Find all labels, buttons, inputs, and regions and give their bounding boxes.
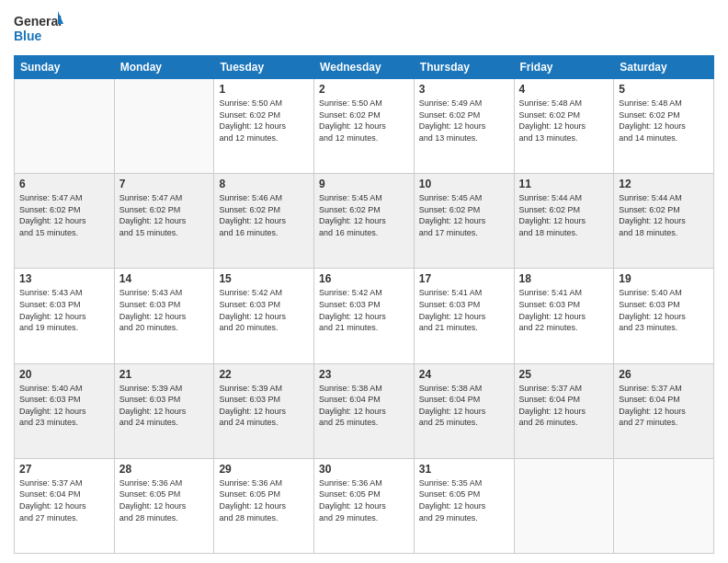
calendar-cell: 1Sunrise: 5:50 AM Sunset: 6:02 PM Daylig… <box>214 79 314 174</box>
calendar-cell: 29Sunrise: 5:36 AM Sunset: 6:05 PM Dayli… <box>214 458 314 553</box>
day-number: 23 <box>319 368 409 381</box>
calendar-cell <box>114 79 214 174</box>
calendar-cell: 21Sunrise: 5:39 AM Sunset: 6:03 PM Dayli… <box>114 363 214 458</box>
day-number: 20 <box>19 368 109 381</box>
calendar-cell: 25Sunrise: 5:37 AM Sunset: 6:04 PM Dayli… <box>514 363 614 458</box>
day-info: Sunrise: 5:41 AM Sunset: 6:03 PM Dayligh… <box>519 287 609 333</box>
day-info: Sunrise: 5:48 AM Sunset: 6:02 PM Dayligh… <box>519 98 609 144</box>
day-info: Sunrise: 5:38 AM Sunset: 6:04 PM Dayligh… <box>419 383 509 429</box>
page: General Blue SundayMondayTuesdayWednesda… <box>0 0 728 563</box>
day-number: 14 <box>119 272 210 285</box>
day-info: Sunrise: 5:37 AM Sunset: 6:04 PM Dayligh… <box>519 383 609 429</box>
day-number: 16 <box>319 272 409 285</box>
calendar-cell: 4Sunrise: 5:48 AM Sunset: 6:02 PM Daylig… <box>514 79 614 174</box>
day-info: Sunrise: 5:42 AM Sunset: 6:03 PM Dayligh… <box>319 287 409 333</box>
calendar-header-tuesday: Tuesday <box>214 56 314 79</box>
calendar-cell: 11Sunrise: 5:44 AM Sunset: 6:02 PM Dayli… <box>514 174 614 269</box>
day-info: Sunrise: 5:44 AM Sunset: 6:02 PM Dayligh… <box>519 192 609 238</box>
day-number: 30 <box>319 463 409 476</box>
day-info: Sunrise: 5:39 AM Sunset: 6:03 PM Dayligh… <box>219 383 309 429</box>
day-number: 17 <box>419 272 509 285</box>
calendar-cell: 12Sunrise: 5:44 AM Sunset: 6:02 PM Dayli… <box>614 174 714 269</box>
logo: General Blue <box>14 9 64 48</box>
day-number: 3 <box>419 83 509 96</box>
calendar-cell: 2Sunrise: 5:50 AM Sunset: 6:02 PM Daylig… <box>314 79 415 174</box>
calendar-cell: 6Sunrise: 5:47 AM Sunset: 6:02 PM Daylig… <box>15 174 115 269</box>
calendar-cell: 26Sunrise: 5:37 AM Sunset: 6:04 PM Dayli… <box>614 363 714 458</box>
day-number: 21 <box>119 368 210 381</box>
day-number: 9 <box>319 178 409 190</box>
day-info: Sunrise: 5:47 AM Sunset: 6:02 PM Dayligh… <box>119 192 210 238</box>
day-info: Sunrise: 5:44 AM Sunset: 6:02 PM Dayligh… <box>619 192 709 238</box>
calendar-week-row: 27Sunrise: 5:37 AM Sunset: 6:04 PM Dayli… <box>15 458 714 553</box>
day-info: Sunrise: 5:35 AM Sunset: 6:05 PM Dayligh… <box>419 477 509 523</box>
day-number: 10 <box>419 178 509 190</box>
calendar-cell: 18Sunrise: 5:41 AM Sunset: 6:03 PM Dayli… <box>514 269 614 363</box>
calendar-cell: 28Sunrise: 5:36 AM Sunset: 6:05 PM Dayli… <box>114 458 214 553</box>
calendar-cell: 22Sunrise: 5:39 AM Sunset: 6:03 PM Dayli… <box>214 363 314 458</box>
calendar-cell: 30Sunrise: 5:36 AM Sunset: 6:05 PM Dayli… <box>314 458 415 553</box>
day-info: Sunrise: 5:40 AM Sunset: 6:03 PM Dayligh… <box>619 287 709 333</box>
day-number: 28 <box>119 463 210 476</box>
calendar-cell <box>614 458 714 553</box>
day-info: Sunrise: 5:47 AM Sunset: 6:02 PM Dayligh… <box>19 192 109 238</box>
calendar-week-row: 1Sunrise: 5:50 AM Sunset: 6:02 PM Daylig… <box>15 79 714 174</box>
calendar-cell: 20Sunrise: 5:40 AM Sunset: 6:03 PM Dayli… <box>15 363 115 458</box>
calendar-header-saturday: Saturday <box>614 56 714 79</box>
calendar-cell: 16Sunrise: 5:42 AM Sunset: 6:03 PM Dayli… <box>314 269 415 363</box>
calendar-week-row: 6Sunrise: 5:47 AM Sunset: 6:02 PM Daylig… <box>15 174 714 269</box>
day-info: Sunrise: 5:43 AM Sunset: 6:03 PM Dayligh… <box>19 287 109 333</box>
day-info: Sunrise: 5:48 AM Sunset: 6:02 PM Dayligh… <box>619 98 709 144</box>
day-info: Sunrise: 5:50 AM Sunset: 6:02 PM Dayligh… <box>219 98 309 144</box>
day-info: Sunrise: 5:45 AM Sunset: 6:02 PM Dayligh… <box>319 192 409 238</box>
calendar-cell: 31Sunrise: 5:35 AM Sunset: 6:05 PM Dayli… <box>414 458 514 553</box>
calendar-cell: 14Sunrise: 5:43 AM Sunset: 6:03 PM Dayli… <box>114 269 214 363</box>
day-info: Sunrise: 5:37 AM Sunset: 6:04 PM Dayligh… <box>19 477 109 523</box>
calendar-header-monday: Monday <box>114 56 214 79</box>
day-number: 13 <box>19 272 109 285</box>
day-number: 27 <box>19 463 109 476</box>
calendar-cell: 7Sunrise: 5:47 AM Sunset: 6:02 PM Daylig… <box>114 174 214 269</box>
calendar-cell <box>514 458 614 553</box>
day-info: Sunrise: 5:36 AM Sunset: 6:05 PM Dayligh… <box>119 477 210 523</box>
day-info: Sunrise: 5:43 AM Sunset: 6:03 PM Dayligh… <box>119 287 210 333</box>
header: General Blue <box>14 9 714 48</box>
calendar-table: SundayMondayTuesdayWednesdayThursdayFrid… <box>14 55 714 554</box>
day-number: 8 <box>219 178 309 190</box>
calendar-week-row: 13Sunrise: 5:43 AM Sunset: 6:03 PM Dayli… <box>15 269 714 363</box>
day-number: 12 <box>619 178 709 190</box>
day-number: 15 <box>219 272 309 285</box>
calendar-cell: 23Sunrise: 5:38 AM Sunset: 6:04 PM Dayli… <box>314 363 415 458</box>
day-number: 22 <box>219 368 309 381</box>
day-info: Sunrise: 5:37 AM Sunset: 6:04 PM Dayligh… <box>619 383 709 429</box>
day-number: 2 <box>319 83 409 96</box>
calendar-cell: 13Sunrise: 5:43 AM Sunset: 6:03 PM Dayli… <box>15 269 115 363</box>
calendar-cell: 17Sunrise: 5:41 AM Sunset: 6:03 PM Dayli… <box>414 269 514 363</box>
day-info: Sunrise: 5:36 AM Sunset: 6:05 PM Dayligh… <box>219 477 309 523</box>
day-info: Sunrise: 5:46 AM Sunset: 6:02 PM Dayligh… <box>219 192 309 238</box>
day-info: Sunrise: 5:36 AM Sunset: 6:05 PM Dayligh… <box>319 477 409 523</box>
calendar-cell: 10Sunrise: 5:45 AM Sunset: 6:02 PM Dayli… <box>414 174 514 269</box>
day-info: Sunrise: 5:41 AM Sunset: 6:03 PM Dayligh… <box>419 287 509 333</box>
calendar-week-row: 20Sunrise: 5:40 AM Sunset: 6:03 PM Dayli… <box>15 363 714 458</box>
calendar-body: 1Sunrise: 5:50 AM Sunset: 6:02 PM Daylig… <box>15 79 714 554</box>
calendar-header-sunday: Sunday <box>15 56 115 79</box>
day-number: 5 <box>619 83 709 96</box>
day-number: 26 <box>619 368 709 381</box>
day-number: 1 <box>219 83 309 96</box>
day-info: Sunrise: 5:39 AM Sunset: 6:03 PM Dayligh… <box>119 383 210 429</box>
calendar-cell: 9Sunrise: 5:45 AM Sunset: 6:02 PM Daylig… <box>314 174 415 269</box>
calendar-cell: 3Sunrise: 5:49 AM Sunset: 6:02 PM Daylig… <box>414 79 514 174</box>
day-number: 29 <box>219 463 309 476</box>
day-number: 11 <box>519 178 609 190</box>
day-info: Sunrise: 5:40 AM Sunset: 6:03 PM Dayligh… <box>19 383 109 429</box>
calendar-cell: 8Sunrise: 5:46 AM Sunset: 6:02 PM Daylig… <box>214 174 314 269</box>
calendar-cell <box>15 79 115 174</box>
day-info: Sunrise: 5:50 AM Sunset: 6:02 PM Dayligh… <box>319 98 409 144</box>
day-info: Sunrise: 5:38 AM Sunset: 6:04 PM Dayligh… <box>319 383 409 429</box>
day-number: 19 <box>619 272 709 285</box>
day-number: 24 <box>419 368 509 381</box>
day-info: Sunrise: 5:45 AM Sunset: 6:02 PM Dayligh… <box>419 192 509 238</box>
day-number: 7 <box>119 178 210 190</box>
calendar-header-friday: Friday <box>514 56 614 79</box>
